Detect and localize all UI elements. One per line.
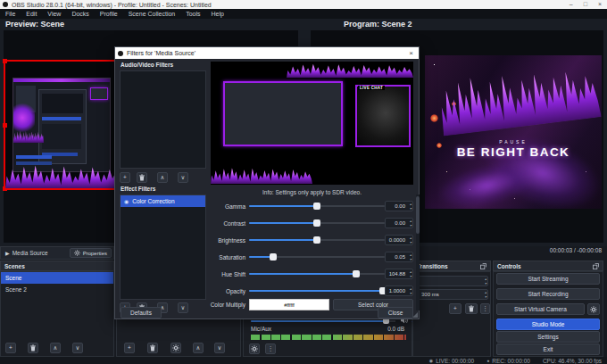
- live-icon: ◉: [429, 358, 433, 363]
- menu-docks[interactable]: Docks: [66, 11, 94, 17]
- popout-icon[interactable]: [480, 263, 486, 269]
- menu-bar: File Edit View Docks Profile Scene Colle…: [0, 9, 607, 19]
- exit-button[interactable]: Exit: [496, 343, 600, 355]
- record-icon: ●: [486, 358, 489, 363]
- mixer-menu-button[interactable]: ⋮: [265, 343, 276, 354]
- opacity-value[interactable]: 1.0000▴▾: [385, 285, 413, 296]
- source-up-button[interactable]: ∧: [193, 343, 204, 353]
- context-source-name: Media Source: [12, 250, 48, 256]
- add-source-button[interactable]: +: [124, 343, 135, 353]
- add-audio-filter-button[interactable]: +: [120, 172, 130, 183]
- remove-audio-filter-button[interactable]: [137, 172, 147, 183]
- filter-preview: LIVE CHAT: [211, 62, 413, 185]
- transition-select[interactable]: ▴▾: [417, 276, 488, 286]
- saturation-slider[interactable]: [249, 256, 385, 258]
- sdr-info-text: Info: Settings only apply to SDR video.: [211, 189, 413, 195]
- saturation-label: Saturation: [167, 254, 245, 261]
- obs-app-icon: [3, 2, 8, 7]
- scene-item[interactable]: Scene 2: [1, 284, 113, 295]
- gamma-slider[interactable]: [249, 205, 385, 207]
- scene-up-button[interactable]: ∧: [50, 343, 61, 353]
- gamma-value[interactable]: 0.00▴▾: [385, 201, 413, 211]
- scenes-panel-header[interactable]: Scenes: [0, 261, 114, 271]
- contrast-value[interactable]: 0.00▴▾: [385, 218, 413, 228]
- remove-source-button[interactable]: [147, 343, 158, 353]
- virtual-camera-config-button[interactable]: [587, 303, 600, 315]
- defaults-button[interactable]: Defaults: [121, 307, 162, 318]
- brightness-row: Brightness 0.0000▴▾: [115, 235, 419, 246]
- scenes-panel: Scene Scene 2 + ∧ ∨: [0, 271, 114, 357]
- source-down-button[interactable]: ∨: [214, 343, 225, 353]
- brightness-slider[interactable]: [249, 239, 385, 241]
- volume-slider[interactable]: [251, 320, 395, 322]
- dialog-close-button[interactable]: Close: [378, 307, 413, 318]
- gear-icon: [74, 250, 80, 256]
- play-icon: ▶: [1, 250, 12, 256]
- opacity-slider[interactable]: [249, 290, 385, 292]
- dialog-title: Filters for 'Media Source': [127, 50, 195, 56]
- menu-scene-collection[interactable]: Scene Collection: [123, 11, 181, 17]
- controls-title: Controls: [497, 263, 521, 269]
- hue-shift-value[interactable]: 104.88▴▾: [385, 269, 413, 279]
- popout-icon[interactable]: [593, 263, 599, 269]
- scene-down-button[interactable]: ∨: [72, 343, 83, 353]
- mixer-config-button[interactable]: [249, 343, 260, 354]
- add-transition-button[interactable]: +: [449, 303, 461, 314]
- brightness-label: Brightness: [167, 237, 245, 244]
- audio-filter-up-button[interactable]: ∧: [157, 172, 168, 183]
- studio-mode-button[interactable]: Studio Mode: [496, 318, 600, 330]
- menu-tools[interactable]: Tools: [180, 11, 205, 17]
- transition-menu-button[interactable]: ⋮: [480, 303, 490, 314]
- window-titlebar: OBS Studio 28.0.1 (64-bit, windows) - Pr…: [0, 0, 607, 9]
- maximize-icon[interactable]: □: [584, 0, 587, 9]
- brightness-value[interactable]: 0.0000▴▾: [385, 235, 413, 245]
- add-scene-button[interactable]: +: [5, 343, 16, 353]
- overlay-cam-frame: [223, 81, 343, 146]
- resize-grip[interactable]: [412, 312, 418, 318]
- remove-transition-button[interactable]: [465, 303, 478, 314]
- menu-help[interactable]: Help: [206, 11, 229, 17]
- hue-shift-label: Hue Shift: [167, 271, 245, 277]
- dialog-titlebar[interactable]: Filters for 'Media Source' ×: [115, 47, 419, 59]
- start-virtual-camera-button[interactable]: Start Virtual Camera: [496, 303, 585, 315]
- selection-handle[interactable]: [3, 59, 7, 63]
- contrast-slider[interactable]: [249, 222, 385, 224]
- opacity-row: Opacity 1.0000▴▾: [115, 285, 419, 297]
- remove-scene-button[interactable]: [28, 343, 38, 353]
- properties-button[interactable]: Properties: [70, 248, 112, 258]
- transition-duration[interactable]: 300 ms ▴▾: [417, 289, 488, 300]
- saturation-value[interactable]: 0.05▴▾: [385, 252, 413, 262]
- close-icon[interactable]: ×: [598, 0, 602, 9]
- menu-profile[interactable]: Profile: [95, 11, 123, 17]
- minimize-icon[interactable]: –: [570, 0, 573, 9]
- menu-file[interactable]: File: [0, 11, 21, 17]
- preview-label: Preview: Scene: [5, 20, 64, 29]
- gear-icon: [172, 344, 179, 352]
- settings-button[interactable]: Settings: [496, 331, 600, 343]
- menu-edit[interactable]: Edit: [21, 11, 42, 17]
- audio-filter-down-button[interactable]: ∨: [178, 172, 188, 183]
- start-streaming-button[interactable]: Start Streaming: [496, 273, 600, 285]
- audio-filters-list[interactable]: [120, 70, 206, 169]
- brb-screen: PAUSE BE RIGHT BACK: [425, 55, 602, 209]
- dialog-scrollbar[interactable]: [416, 194, 420, 310]
- volume-meter: [251, 335, 406, 340]
- controls-panel-header[interactable]: Controls: [493, 261, 603, 271]
- start-recording-button[interactable]: Start Recording: [496, 288, 600, 300]
- selection-handle[interactable]: [3, 123, 7, 128]
- menu-view[interactable]: View: [42, 11, 66, 17]
- transitions-panel-header[interactable]: Transitions: [412, 261, 491, 271]
- gear-icon: [251, 345, 258, 352]
- transitions-title: Transitions: [417, 263, 448, 269]
- trash-icon: [149, 344, 156, 352]
- orb-decoration: [430, 114, 438, 122]
- hue-shift-slider[interactable]: [249, 273, 385, 275]
- rec-status: REC: 00:00:00: [492, 358, 530, 364]
- scene-item[interactable]: Scene: [1, 272, 113, 284]
- color-swatch[interactable]: #ffffff: [249, 299, 329, 310]
- program-label: Program: Scene 2: [344, 20, 412, 29]
- be-right-back-text: BE RIGHT BACK: [425, 145, 602, 159]
- dialog-close-icon[interactable]: ×: [409, 49, 419, 57]
- obs-app-icon: [118, 51, 123, 56]
- source-properties-button[interactable]: [170, 343, 181, 353]
